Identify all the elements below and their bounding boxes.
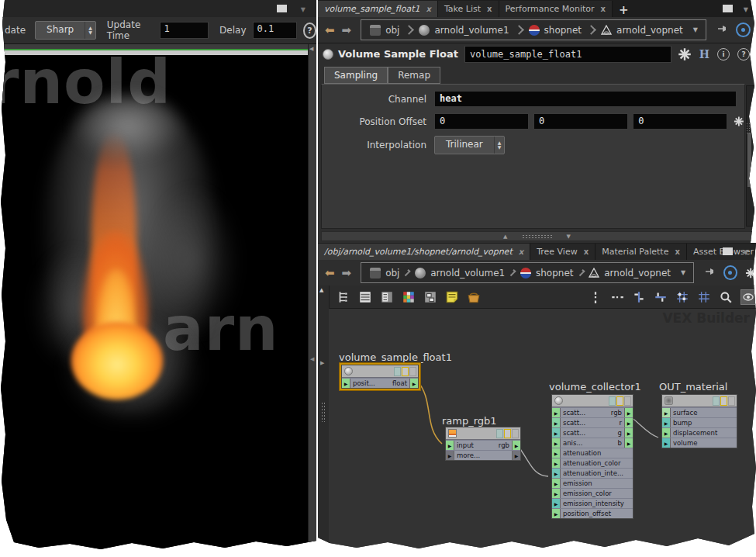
node-flag-tile[interactable] [409,367,416,376]
breadcrumb-item-arnold_volume1[interactable]: arnold_volume1 [413,25,514,36]
visibility-icon[interactable] [740,289,756,305]
gear-icon[interactable] [678,47,692,61]
tab-material-palette[interactable]: Material Palettex [595,244,687,260]
node-title[interactable]: volume_sample_float1 [339,351,452,363]
position-offset-x-input[interactable]: 0 [434,113,529,130]
output-connector-icon[interactable]: ▶ [624,418,633,427]
pin-icon[interactable] [705,265,716,280]
back-arrow-icon[interactable]: ⬅ [325,23,335,37]
tab-volume-sample-float1[interactable]: volume_sample_float1x [318,1,438,17]
input-connector-icon[interactable]: ▶ [552,469,561,478]
pane-splitter[interactable]: ▲ ▼ [321,231,753,241]
viewport-scrollbar[interactable]: ◀ ◀ [308,44,316,552]
node-flag-tile[interactable] [616,396,623,406]
breadcrumb-item-obj[interactable]: obj [364,25,405,36]
node-title[interactable]: ramp_rgb1 [442,415,497,427]
node-header[interactable] [446,427,520,440]
tab-network-path[interactable]: /obj/arnold_volume1/shopnet/arnold_vopne… [318,244,530,260]
node-flag-tile[interactable] [609,396,616,406]
sticky-note-icon[interactable] [445,290,459,304]
add-tab-button[interactable]: + [613,3,635,17]
breadcrumb-item-arnold_vopnet[interactable]: arnold_vopnet [583,268,676,278]
node-row[interactable]: ▶attenuation [552,448,633,458]
node-flag-tile[interactable] [512,429,519,438]
input-connector-icon[interactable]: ▶ [552,489,561,498]
node-row[interactable]: ▶emission_intensity [552,498,633,508]
gallery-basket-icon[interactable] [467,290,481,304]
node-flag-tile[interactable] [504,429,511,438]
pane-menu-arrow-icon[interactable]: ▼ [744,6,748,13]
node-flag-tile[interactable] [624,396,631,406]
interpolation-dropdown[interactable]: Trilinear ▲▼ [434,136,505,154]
chevron-down-icon[interactable]: ▼ [689,26,702,33]
splitter-up-icon[interactable]: ▲ [503,234,507,240]
node-header[interactable] [342,365,418,378]
update-mode-dropdown[interactable]: Sharp ▲▼ [35,21,96,40]
gear-icon[interactable] [745,267,756,279]
node-row[interactable]: ▶attenuation_inte... [552,468,633,478]
node-title[interactable]: OUT_material [659,381,727,393]
node-row[interactable]: ▶posit...float▶ [342,378,418,388]
node-name-input[interactable]: volume_sample_float1 [464,46,671,63]
resize-grip-icon[interactable] [746,123,754,133]
output-connector-icon[interactable]: ▶ [409,379,418,388]
network-canvas[interactable]: VEX Builder volume_sample_float1 ▶posit.… [329,309,756,552]
chevron-down-icon[interactable]: ▼ [676,269,690,276]
connector-tree-icon[interactable] [337,290,350,304]
node-row[interactable]: ▶attenuation_color [552,458,633,468]
node-volume-sample-float1[interactable]: ▶posit...float▶ [341,365,419,389]
pane-maximize-icon[interactable] [723,247,733,255]
search-icon[interactable] [719,290,733,304]
update-time-input[interactable]: 1 [160,22,209,39]
output-connector-icon[interactable]: ▶ [512,451,520,460]
close-icon[interactable]: x [601,5,606,13]
node-flag-tile[interactable] [402,367,409,376]
breadcrumb-item-shopnet[interactable]: shopnet [523,25,588,36]
list-view-icon[interactable] [358,290,372,304]
tab-performance-monitor[interactable]: Performance Monitorx [499,1,613,17]
input-connector-icon[interactable]: ▶ [552,408,561,417]
tab-take-list[interactable]: Take Listx [438,1,499,17]
pane-side-strip[interactable]: ▲ ▶ [318,285,330,552]
help-icon[interactable]: ? [303,22,316,39]
node-row[interactable]: ▶emission_color [552,488,633,498]
node-flag-tile[interactable] [728,396,735,406]
close-icon[interactable]: x [675,247,679,256]
close-icon[interactable]: x [519,247,523,256]
channel-input[interactable]: heat [434,91,737,107]
splitter-down-icon[interactable]: ▼ [567,234,571,240]
close-icon[interactable]: x [487,5,492,13]
output-connector-icon[interactable]: ▶ [624,438,633,448]
scrollbar-arrow-icon[interactable]: ◀ [309,46,313,52]
tab-remap[interactable]: Remap [388,67,440,84]
input-connector-icon[interactable]: ▶ [552,418,561,427]
horizontal-spacing-icon[interactable] [610,290,624,304]
delay-input[interactable]: 0.1 [253,22,297,39]
tab-sampling[interactable]: Sampling [324,67,388,84]
breadcrumb-item-arnold_volume1[interactable]: arnold_volume1 [409,268,510,278]
node-flag-tile[interactable] [713,396,720,406]
spinner-icon[interactable]: ▲▼ [494,137,505,154]
forward-arrow-icon[interactable]: ➡ [342,23,352,37]
strip-grip-icon[interactable] [321,402,326,422]
position-offset-z-input[interactable]: 0 [633,113,727,130]
window-maximize-icon[interactable] [277,5,287,12]
tab-tree-view[interactable]: Tree Viewx [530,244,595,260]
snap-grid-icon[interactable] [675,290,689,304]
input-connector-icon[interactable]: ▶ [552,458,561,468]
parameter-scrollbar[interactable] [746,85,754,227]
input-connector-icon[interactable]: ▶ [552,428,561,438]
node-row[interactable]: ▶displacement [662,427,737,438]
node-row[interactable]: ▶anis...b▶ [552,438,633,448]
vertical-spacing-icon[interactable] [589,290,602,304]
position-offset-y-input[interactable]: 0 [533,113,628,130]
pin-icon[interactable] [717,22,728,37]
breadcrumb-item-arnold_vopnet[interactable]: arnold_vopnet [595,25,689,36]
node-volume-collector1[interactable]: ▶scatt...rgb▶▶scatt...r▶▶scatt...g▶▶anis… [551,394,633,519]
input-connector-icon[interactable]: ▶ [662,408,671,417]
node-row[interactable]: ▶bump [662,417,737,427]
render-viewport[interactable]: rnold arn ◀ ◀ [0,44,316,552]
node-flag-tile[interactable] [394,367,401,376]
input-connector-icon[interactable]: ▶ [552,479,561,488]
close-icon[interactable]: x [426,5,430,13]
